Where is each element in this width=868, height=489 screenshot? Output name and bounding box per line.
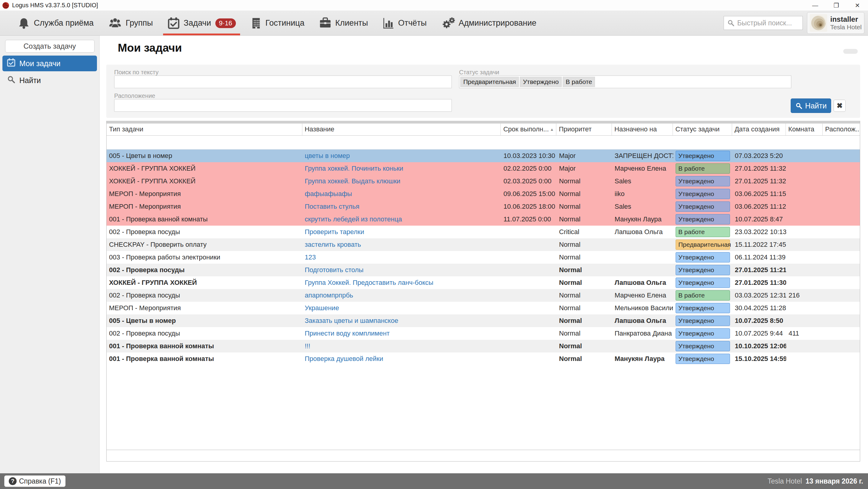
create-task-button[interactable]: Создать задачу <box>5 40 95 53</box>
column-header-1[interactable]: Тип задачи <box>106 124 302 135</box>
cell-created: 03.03.2025 12:31 <box>733 292 786 299</box>
search-text-input[interactable] <box>114 75 452 88</box>
column-header-label: Назначено на <box>614 125 657 133</box>
task-row-11[interactable]: ХОККЕЙ - ГРУППА ХОККЕЙГруппа Хоккей. Пре… <box>106 276 860 289</box>
task-row-1[interactable]: 005 - Цветы в номерцветы в номер10.03.20… <box>106 150 860 162</box>
cell-name[interactable]: застелить кровать <box>302 241 501 249</box>
cell-name[interactable]: Проверить тарелки <box>302 228 501 236</box>
cell-name[interactable]: Группа Хоккей. Предоставить ланч-боксы <box>302 279 501 287</box>
column-header-9[interactable]: Располож... <box>823 124 860 135</box>
task-row-9[interactable]: 003 - Проверка работы электроники123Norm… <box>106 251 860 264</box>
column-header-4[interactable]: Приоритет <box>556 124 612 135</box>
cell-created: 23.03.2022 10:13 <box>733 228 786 236</box>
task-row-10[interactable]: 002 - Проверка посудыПодготовить столыNo… <box>106 264 860 276</box>
cell-created: 15.10.2025 14:59 <box>733 355 786 363</box>
find-button[interactable]: Найти <box>791 98 831 113</box>
cell-name[interactable]: цветы в номер <box>302 152 501 160</box>
clear-filters-button[interactable]: ✖ <box>834 100 846 112</box>
cell-name[interactable]: Заказать цветы и шампанское <box>302 317 501 325</box>
task-row-15[interactable]: 002 - Проверка посудыПринести воду компл… <box>106 327 860 340</box>
quick-search-input[interactable] <box>737 19 798 27</box>
status-badge: Утверждено <box>676 202 730 212</box>
status-filter-tag[interactable]: Утверждено <box>520 77 562 87</box>
sidebar-item-1[interactable]: Мои задачи <box>2 56 97 71</box>
task-row-17[interactable]: 001 - Проверка ванной комнатыПроверка ду… <box>106 353 860 365</box>
task-row-16[interactable]: 001 - Проверка ванной комнаты!!!NormalУт… <box>106 340 860 353</box>
column-header-3[interactable]: Срок выполн...▲ <box>501 124 556 135</box>
cell-priority: Normal <box>557 203 612 211</box>
user-info: installer Tesla Hotel <box>830 15 862 31</box>
cell-name[interactable]: Принести воду комплимент <box>302 330 501 337</box>
table-body: 005 - Цветы в номерцветы в номер10.03.20… <box>106 150 860 450</box>
column-header-8[interactable]: Комната <box>786 124 823 135</box>
maximize-button[interactable]: ❐ <box>826 0 847 11</box>
quick-search-box[interactable] <box>724 16 803 30</box>
sidebar-item-2[interactable]: Найти <box>2 72 97 88</box>
nav-tab-4[interactable]: Гостиница <box>243 11 312 35</box>
user-panel[interactable]: installer Tesla Hotel <box>807 12 864 34</box>
cell-priority: Critical <box>557 228 612 236</box>
table-footer-strip <box>106 450 860 461</box>
cell-name[interactable]: Поставить стулья <box>302 203 501 211</box>
window-controls: — ❐ ✕ <box>805 0 868 11</box>
nav-tab-label: Отчёты <box>398 19 427 28</box>
column-header-5[interactable]: Назначено на <box>612 124 673 135</box>
gears-icon <box>441 17 455 30</box>
cell-name[interactable]: Проверка душевой лейки <box>302 355 501 363</box>
cell-name[interactable]: Украшение <box>302 304 501 312</box>
cell-name[interactable]: фафыафыафы <box>302 190 501 198</box>
cell-name[interactable]: скрутить лебедей из полотенца <box>302 215 501 223</box>
cell-name[interactable]: Группа хоккей. Починить коньки <box>302 164 501 173</box>
question-mark-icon: ? <box>9 477 17 485</box>
cell-type: МЕРОП - Мероприятия <box>106 190 302 198</box>
cell-assignee: Панкратова Диана <box>612 330 673 337</box>
app-window: Logus HMS v3.37.5.0 [STUDIO] — ❐ ✕ Служб… <box>0 0 868 489</box>
status-badge: Утверждено <box>676 341 730 351</box>
nav-tab-3[interactable]: Задачи9·16 <box>160 11 243 35</box>
sidebar-item-label: Мои задачи <box>19 59 60 68</box>
minimize-button[interactable]: — <box>805 0 826 11</box>
cell-name[interactable]: Подготовить столы <box>302 266 501 274</box>
cell-due: 10.03.2023 10:30 <box>501 152 557 160</box>
table-filter-row[interactable] <box>106 135 860 150</box>
task-row-6[interactable]: 001 - Проверка ванной комнатыскрутить ле… <box>106 213 860 225</box>
location-input[interactable] <box>114 99 452 112</box>
task-status-filter-box[interactable]: ПредварительнаяУтвержденоВ работе <box>459 75 791 88</box>
nav-tab-5[interactable]: Клиенты <box>312 11 375 35</box>
status-filter-tag[interactable]: Предварительная <box>460 77 519 87</box>
task-row-2[interactable]: ХОККЕЙ - ГРУППА ХОККЕЙГруппа хоккей. Поч… <box>106 162 860 175</box>
nav-tab-7[interactable]: Администрирование <box>434 11 544 35</box>
nav-tab-1[interactable]: Служба приёма <box>10 11 101 35</box>
help-button[interactable]: ? Справка (F1) <box>4 476 65 487</box>
task-row-13[interactable]: МЕРОП - МероприятияУкрашениеNormalМельни… <box>106 302 860 314</box>
cell-created: 27.01.2025 11:32 <box>733 177 786 185</box>
nav-tab-6[interactable]: Отчёты <box>375 11 434 35</box>
task-row-3[interactable]: ХОККЕЙ - ГРУППА ХОККЕЙГруппа хоккей. Выд… <box>106 175 860 188</box>
task-row-14[interactable]: 005 - Цветы в номерЗаказать цветы и шамп… <box>106 314 860 327</box>
task-row-7[interactable]: 002 - Проверка посудыПроверить тарелкиCr… <box>106 225 860 238</box>
cell-assignee: Sales <box>612 177 673 185</box>
column-header-7[interactable]: Дата создания <box>732 124 786 135</box>
task-row-5[interactable]: МЕРОП - МероприятияПоставить стулья10.06… <box>106 200 860 213</box>
column-header-2[interactable]: Название <box>302 124 501 135</box>
close-button[interactable]: ✕ <box>847 0 868 11</box>
task-row-12[interactable]: 002 - Проверка посудыапарпомпрпрбьNormal… <box>106 289 860 302</box>
task-row-8[interactable]: CHECKPAY - Проверить оплатузастелить кро… <box>106 238 860 251</box>
status-badge: Утверждено <box>676 316 730 326</box>
cell-type: ХОККЕЙ - ГРУППА ХОККЕЙ <box>106 164 302 173</box>
cell-priority: Normal <box>557 330 612 337</box>
cell-priority: Normal <box>557 266 612 274</box>
cell-name[interactable]: Группа хоккей. Выдать клюшки <box>302 177 501 185</box>
column-header-6[interactable]: Статус задачи <box>673 124 732 135</box>
cell-assignee: Мельников Василий <box>612 304 673 312</box>
status-filter-tag[interactable]: В работе <box>563 77 595 87</box>
cell-name[interactable]: 123 <box>302 253 501 261</box>
task-row-4[interactable]: МЕРОП - Мероприятияфафыафыафы09.06.2025 … <box>106 188 860 200</box>
cell-name[interactable]: !!! <box>302 342 501 350</box>
cell-name[interactable]: апарпомпрпрбь <box>302 292 501 299</box>
cell-assignee: Sales <box>612 203 673 211</box>
nav-tab-2[interactable]: Группы <box>101 11 160 35</box>
collapse-filters-handle[interactable] <box>843 49 858 54</box>
cell-type: 002 - Проверка посуды <box>106 292 302 299</box>
cell-due: 09.06.2025 15:00 <box>501 190 557 198</box>
